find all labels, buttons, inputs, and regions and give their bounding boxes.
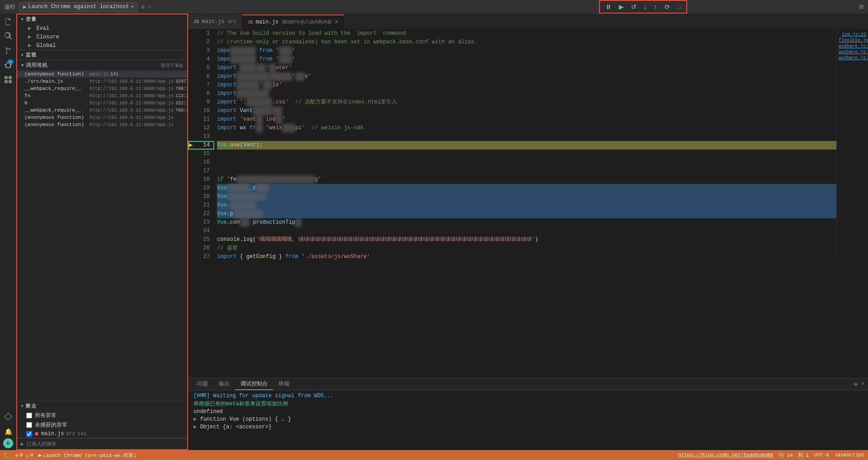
code-line-21: Vue.████████ bbox=[217, 201, 836, 210]
breakpoint-all-exceptions[interactable]: 所有异常 bbox=[17, 411, 187, 420]
variables-section: ▾ 变量 ▶ Eval ▶ Closure ▶ Global bbox=[17, 14, 187, 50]
status-line-col[interactable]: 行 14，列 1 bbox=[779, 452, 809, 459]
step-over-button[interactable]: ↺ bbox=[629, 2, 638, 11]
right-link-log[interactable]: log.js:23 bbox=[839, 32, 866, 37]
closure-item[interactable]: ▶ Closure bbox=[17, 33, 187, 41]
status-errors[interactable]: ⊘ 0 △ 0 bbox=[15, 452, 33, 458]
code-line-4: import ████ from '████' bbox=[217, 55, 836, 64]
activity-explorer[interactable] bbox=[2, 15, 14, 28]
breakpoint-dot bbox=[35, 432, 38, 436]
ln-22: 22 bbox=[192, 210, 210, 218]
breakpoints-section: ▾ 断点 所有异常 未捕获的异常 main.js src 141 bbox=[17, 401, 187, 438]
callstack-item-4[interactable]: 0 http://192.168.0.11:8080/app.js 332:18 bbox=[17, 99, 187, 107]
code-line-22: Vue.p█████████ bbox=[217, 210, 836, 218]
callstack-item-6[interactable]: (anonymous function) http://192.168.0.11… bbox=[17, 114, 187, 121]
code-line-3: import ████ from '████' bbox=[217, 47, 836, 55]
launch-button[interactable]: ▶ Launch Chrome against localhost ▾ bbox=[19, 2, 138, 12]
uncaught-checkbox[interactable] bbox=[26, 422, 32, 428]
panel-tab-output[interactable]: 输出 bbox=[213, 378, 235, 390]
watch-header[interactable]: ▾ 监视 bbox=[17, 50, 187, 60]
restart-button[interactable]: ⟳ bbox=[663, 2, 672, 11]
activity-git[interactable] bbox=[2, 44, 14, 57]
callstack-item-1[interactable]: ./src/main.js http://192.168.0.11:8080/a… bbox=[17, 78, 187, 85]
notifications-icon[interactable]: 🔔 bbox=[3, 427, 13, 437]
right-link-wxshare6[interactable]: wxShare.js:6 bbox=[839, 50, 866, 55]
status-language[interactable]: JavaScript bbox=[835, 452, 864, 458]
console-line-vue[interactable]: ▶ function Vue (options) { … } bbox=[193, 415, 863, 423]
ln-15: 15 bbox=[192, 150, 210, 158]
activity-search[interactable] bbox=[2, 30, 14, 42]
step-out-button[interactable]: ↑ bbox=[652, 2, 659, 11]
split-editor-icon[interactable]: ⊞ bbox=[859, 2, 863, 11]
console-object-text: Object {a: <accessor>} bbox=[200, 424, 271, 430]
gutter: ▶ 1 2 3 4 5 6 7 8 9 10 11 bbox=[188, 29, 215, 261]
status-launch[interactable]: ▶ Launch Chrome (pre-paid-wx-封装) bbox=[38, 452, 136, 459]
panel-tab-problems[interactable]: 问题 bbox=[192, 378, 213, 390]
right-link-flexible[interactable]: flexible.js:13 bbox=[839, 38, 866, 43]
svg-rect-3 bbox=[5, 76, 8, 79]
mainjs-checkbox[interactable] bbox=[26, 431, 32, 437]
callstack-item-0[interactable]: (anonymous function) main.js 141 bbox=[17, 70, 187, 78]
eval-item[interactable]: ▶ Eval bbox=[17, 24, 187, 33]
user-avatar[interactable]: U bbox=[3, 438, 13, 448]
ln-1: 1 bbox=[192, 29, 210, 38]
status-encoding[interactable]: UTF-8 bbox=[814, 452, 829, 458]
activity-extensions[interactable] bbox=[2, 73, 14, 86]
tab-sublabel-debug: 调试时中的只读内联内容 bbox=[282, 19, 332, 25]
stop-button[interactable]: □ bbox=[675, 2, 683, 11]
panel-actions: ⊞ × bbox=[854, 381, 864, 388]
pause-button[interactable]: ⏸ bbox=[604, 2, 613, 11]
ln-3: 3 bbox=[192, 47, 210, 55]
all-exceptions-label: 所有异常 bbox=[35, 412, 57, 419]
tab-mainjs-src[interactable]: JS main.js src bbox=[188, 14, 242, 29]
console-line-object[interactable]: ▶ Object {a: <accessor>} bbox=[193, 423, 863, 431]
breakpoints-header[interactable]: ▾ 断点 bbox=[17, 401, 187, 411]
svg-rect-4 bbox=[9, 76, 12, 79]
variables-header[interactable]: ▾ 变量 bbox=[17, 14, 187, 24]
callstack-item-5[interactable]: __webpack_require__ http://192.168.0.11:… bbox=[17, 107, 187, 114]
breakpoints-chevron: ▾ bbox=[21, 403, 24, 409]
settings-icon[interactable]: ⚙ bbox=[142, 4, 145, 10]
callstack-func-5: __webpack_require__ bbox=[24, 108, 88, 113]
callstack-item-3[interactable]: fn http://192.168.0.11:8080/app.js 113:2… bbox=[17, 92, 187, 99]
status-link[interactable]: https://blog.csdn.net/huanhuan09 bbox=[678, 452, 774, 458]
global-item[interactable]: ▶ Global bbox=[17, 41, 187, 50]
callstack-header-row: ▾ 调用堆栈 留存于某处 bbox=[17, 60, 187, 70]
callstack-item-7[interactable]: (anonymous function) http://192.168.0.11… bbox=[17, 121, 187, 128]
panel-tab-terminal[interactable]: 终端 bbox=[273, 378, 295, 390]
mainjs-bp-file: main.js bbox=[41, 431, 64, 437]
sidebar-footer[interactable]: ▶ 已插入的脚本 bbox=[17, 438, 187, 449]
ln-8: 8 bbox=[192, 89, 210, 98]
breakpoint-mainjs[interactable]: main.js src 141 bbox=[17, 430, 187, 438]
code-lines: // The Vue build version to load with th… bbox=[215, 29, 836, 261]
eval-label: Eval bbox=[36, 25, 49, 32]
continue-button[interactable]: ▶ bbox=[617, 2, 626, 11]
right-link-wxshare5[interactable]: wxShare.js:5 bbox=[839, 44, 866, 49]
more-icon[interactable]: ⋯ bbox=[148, 4, 151, 10]
activity-debug[interactable]: 1 bbox=[2, 59, 14, 71]
step-into-button[interactable]: ↓ bbox=[642, 2, 649, 11]
panel-tab-debug-console[interactable]: 调试控制台 bbox=[235, 378, 273, 390]
tab-mainjs-debug[interactable]: JS main.js 调试时中的只读内联内容 × bbox=[242, 14, 344, 29]
tab-close-button[interactable]: × bbox=[335, 19, 338, 25]
play-icon: ▶ bbox=[23, 4, 26, 10]
titlebar-right: ⊞ bbox=[859, 2, 863, 11]
all-exceptions-checkbox[interactable] bbox=[26, 413, 32, 418]
code-editor[interactable]: ▶ 1 2 3 4 5 6 7 8 9 10 11 bbox=[188, 29, 868, 378]
breakpoint-uncaught[interactable]: 未捕获的异常 bbox=[17, 420, 187, 430]
code-line-15 bbox=[217, 150, 836, 158]
callstack-action-button[interactable]: 留存于某处 bbox=[161, 62, 184, 69]
panel-maximize-icon[interactable]: ⊞ bbox=[854, 381, 858, 388]
encoding-label: UTF-8 bbox=[814, 452, 829, 458]
status-bar: 🐛 ⊘ 0 △ 0 ▶ Launch Chrome (pre-paid-wx-封… bbox=[0, 450, 868, 460]
code-line-6: import███████ fr███████'███e' bbox=[217, 72, 836, 81]
code-line-12: import wx fr██ 'weix████pi' // weixin js… bbox=[217, 124, 836, 132]
code-line-11: import 'vant██ ind██' bbox=[217, 115, 836, 124]
panel-close-icon[interactable]: × bbox=[861, 381, 864, 388]
activity-remote[interactable] bbox=[2, 410, 14, 423]
callstack-item-2[interactable]: __webpack_require__ http://192.168.0.11:… bbox=[17, 85, 187, 92]
callstack-func-3: fn bbox=[24, 93, 88, 99]
run-label: 运行 bbox=[5, 3, 15, 11]
right-link-wxshare7[interactable]: wxShare.js:7 bbox=[839, 56, 866, 61]
status-debug-icon[interactable]: 🐛 bbox=[4, 452, 10, 458]
